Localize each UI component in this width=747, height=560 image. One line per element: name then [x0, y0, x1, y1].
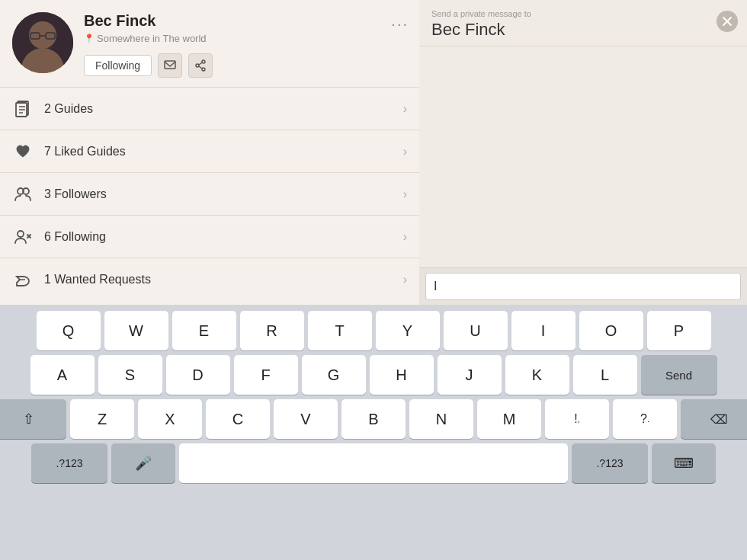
followers-icon	[12, 187, 34, 201]
key-globe[interactable]: ⌨	[652, 443, 716, 483]
key-z[interactable]: Z	[70, 399, 134, 439]
profile-header-container: Bec Finck 📍 Somewhere in The world Follo…	[0, 0, 419, 87]
key-h[interactable]: H	[370, 355, 434, 395]
profile-actions: Following	[84, 53, 407, 78]
key-n[interactable]: N	[409, 399, 473, 439]
location-text: Somewhere in The world	[97, 33, 207, 44]
key-s[interactable]: S	[98, 355, 162, 395]
svg-point-9	[196, 64, 199, 67]
svg-line-11	[199, 62, 202, 65]
guides-icon	[12, 101, 34, 117]
close-message-button[interactable]	[717, 11, 738, 32]
keyboard: Q W E R T Y U I O P A S D F G H J K L Se…	[0, 305, 747, 560]
more-options-button[interactable]: ···	[391, 15, 409, 33]
key-a[interactable]: A	[30, 355, 95, 395]
key-w[interactable]: W	[104, 311, 168, 350]
svg-point-20	[18, 231, 24, 237]
following-label: 6 Following	[44, 230, 403, 244]
key-f[interactable]: F	[234, 355, 298, 395]
key-question[interactable]: ?.	[613, 399, 677, 439]
keyboard-row-3: ⇧ Z X C V B N M !, ?. ⌫	[3, 399, 744, 439]
keyboard-row-2: A S D F G H J K L Send	[3, 355, 744, 395]
menu-item-wanted-requests[interactable]: 1 Wanted Requests ›	[0, 258, 419, 300]
key-x[interactable]: X	[138, 399, 202, 439]
following-button[interactable]: Following	[84, 55, 152, 76]
key-g[interactable]: G	[302, 355, 366, 395]
message-header: Send a private message to Bec Finck	[419, 0, 747, 46]
location-pin-icon: 📍	[84, 34, 95, 43]
key-v[interactable]: V	[274, 399, 338, 439]
menu-item-followers[interactable]: 3 Followers ›	[0, 172, 419, 215]
key-l[interactable]: L	[573, 355, 637, 395]
keyboard-row-1: Q W E R T Y U I O P	[3, 311, 744, 350]
wanted-requests-chevron: ›	[403, 273, 407, 286]
svg-rect-7	[165, 61, 175, 69]
profile-info: Bec Finck 📍 Somewhere in The world Follo…	[84, 12, 407, 78]
svg-point-10	[202, 68, 205, 71]
svg-point-8	[202, 60, 205, 63]
wanted-requests-icon	[12, 272, 34, 287]
keyboard-row-4: .?123 🎤 .?123 ⌨	[3, 443, 744, 483]
key-j[interactable]: J	[438, 355, 502, 395]
svg-rect-3	[12, 12, 73, 73]
key-d[interactable]: D	[166, 355, 230, 395]
followers-label: 3 Followers	[44, 187, 403, 201]
key-num-left[interactable]: .?123	[31, 443, 107, 483]
key-microphone[interactable]: 🎤	[111, 443, 175, 483]
key-e[interactable]: E	[172, 311, 236, 350]
key-k[interactable]: K	[505, 355, 569, 395]
profile-location: 📍 Somewhere in The world	[84, 33, 407, 44]
menu-item-following[interactable]: 6 Following ›	[0, 215, 419, 258]
key-num-right[interactable]: .?123	[572, 443, 648, 483]
key-b[interactable]: B	[341, 399, 406, 439]
share-icon-button[interactable]	[188, 53, 213, 78]
key-t[interactable]: T	[308, 311, 372, 350]
guides-label: 2 Guides	[44, 102, 403, 116]
liked-guides-chevron: ›	[403, 145, 407, 158]
message-body	[419, 46, 747, 267]
key-p[interactable]: P	[647, 311, 711, 350]
key-q[interactable]: Q	[37, 311, 101, 350]
menu-list: 2 Guides › 7 Liked Guides ›	[0, 87, 419, 305]
menu-item-liked-guides[interactable]: 7 Liked Guides ›	[0, 130, 419, 172]
following-icon	[12, 230, 34, 244]
key-send[interactable]: Send	[641, 355, 717, 395]
liked-guides-label: 7 Liked Guides	[44, 145, 403, 158]
key-shift[interactable]: ⇧	[0, 399, 66, 439]
message-recipient: Bec Finck	[431, 20, 735, 40]
profile-header: Bec Finck 📍 Somewhere in The world Follo…	[0, 0, 419, 87]
wanted-requests-label: 1 Wanted Requests	[44, 273, 403, 286]
followers-chevron: ›	[403, 187, 407, 201]
key-backspace[interactable]: ⌫	[681, 399, 747, 439]
right-panel: Send a private message to Bec Finck	[419, 0, 747, 305]
key-y[interactable]: Y	[376, 311, 440, 350]
key-u[interactable]: U	[444, 311, 508, 350]
key-space[interactable]	[179, 443, 568, 483]
svg-line-12	[199, 66, 202, 69]
send-to-label: Send a private message to	[431, 9, 735, 18]
profile-name: Bec Finck	[84, 12, 407, 30]
key-exclaim[interactable]: !,	[545, 399, 609, 439]
left-panel: Bec Finck 📍 Somewhere in The world Follo…	[0, 0, 419, 305]
key-o[interactable]: O	[579, 311, 643, 350]
key-i[interactable]: I	[511, 311, 575, 350]
liked-guides-icon	[12, 145, 34, 158]
message-input[interactable]	[425, 273, 741, 300]
guides-chevron: ›	[403, 102, 407, 116]
menu-item-guides[interactable]: 2 Guides ›	[0, 87, 419, 130]
key-c[interactable]: C	[206, 399, 270, 439]
avatar	[12, 12, 73, 73]
message-input-row	[419, 267, 747, 305]
message-icon-button[interactable]	[158, 53, 182, 78]
key-m[interactable]: M	[477, 399, 541, 439]
following-chevron: ›	[403, 230, 407, 244]
key-r[interactable]: R	[240, 311, 304, 350]
